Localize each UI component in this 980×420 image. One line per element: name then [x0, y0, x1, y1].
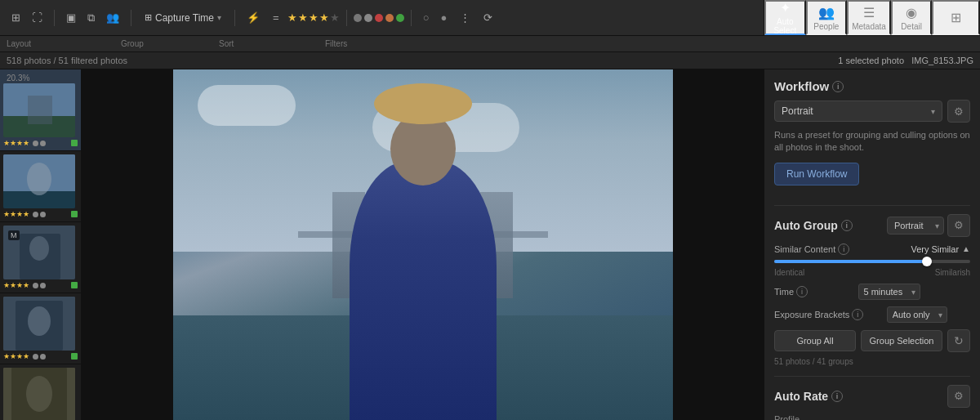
right-panel: Workflow i Portrait ▾ ⚙ Runs a preset fo…: [764, 69, 980, 420]
auto-rate-info-icon[interactable]: i: [831, 391, 843, 402]
star-5: ★: [330, 11, 340, 24]
more-options-button[interactable]: ⋮: [455, 8, 475, 27]
wand-icon: ✦: [780, 0, 791, 16]
exposure-brackets-row: Exposure Brackets i Auto only: [774, 306, 970, 323]
sync-button[interactable]: ⟳: [479, 8, 497, 27]
left-toolbar: ⊞ ⛶ ▣ ⧉ 👥 ⊞ Capture Time ▾ ⚡ = ★ ★ ★ ★ ★: [0, 0, 764, 35]
star-2: ★: [298, 11, 308, 24]
thumbnail: [3, 83, 75, 137]
time-row: Time i 5 minutes: [774, 284, 970, 300]
group-selection-button[interactable]: Group Selection: [861, 330, 942, 351]
workflow-preset-value: Portrait: [782, 105, 813, 117]
slider-fill: [774, 260, 927, 263]
workflow-preset-row: Portrait ▾ ⚙: [774, 100, 970, 123]
rating-empty-button[interactable]: ○: [418, 8, 434, 27]
workflow-section-header: Workflow i: [774, 79, 970, 93]
tab-people[interactable]: 👥 People: [806, 0, 848, 35]
detail-icon: ◉: [906, 5, 917, 20]
workflow-gear-button[interactable]: ⚙: [947, 100, 970, 123]
tab-metadata[interactable]: ☰ Metadata: [847, 0, 891, 35]
group-all-button[interactable]: Group All: [774, 330, 856, 351]
film-stars: ★★★★: [3, 139, 29, 147]
dot: [40, 212, 46, 217]
person-silhouette: [325, 128, 521, 421]
exposure-info-icon[interactable]: i: [852, 309, 863, 320]
tab-auto-select-label: Auto Select: [769, 17, 801, 35]
tab-people-label: People: [813, 22, 839, 31]
similar-content-label-text: Similar Content: [774, 244, 835, 254]
auto-group-gear-button[interactable]: ⚙: [947, 214, 970, 237]
stars-filter[interactable]: ★ ★ ★ ★ ★: [287, 11, 340, 24]
photo-view: [82, 69, 764, 420]
time-info-icon[interactable]: i: [796, 286, 808, 297]
equal-button[interactable]: =: [268, 8, 284, 27]
selected-label: 1 selected photo: [838, 56, 904, 65]
extra-icon: ⊞: [951, 10, 961, 25]
refresh-button[interactable]: ↻: [947, 329, 970, 352]
sort-capture-time-button[interactable]: ⊞ Capture Time ▾: [138, 9, 228, 27]
list-item[interactable]: M ★★★★: [0, 222, 81, 293]
film-dots: [33, 354, 46, 360]
photos-count: 518 photos / 51 filtered photos: [7, 56, 127, 65]
auto-group-preset-select[interactable]: Portrait: [887, 217, 944, 235]
square-button[interactable]: ▣: [61, 8, 81, 27]
tab-extra[interactable]: ⊞: [932, 0, 980, 35]
color-dot-red[interactable]: [375, 14, 383, 22]
workflow-title: Workflow i: [774, 79, 844, 93]
thumbnail: M: [3, 226, 75, 279]
list-item[interactable]: ★★★★: [0, 364, 81, 420]
workflow-preset-select[interactable]: Portrait ▾: [774, 101, 942, 122]
action-row: Group All Group Selection ↻: [774, 329, 970, 352]
svg-point-11: [28, 306, 51, 336]
metadata-icon: ☰: [863, 5, 875, 20]
film-meta: ★★★★: [3, 210, 78, 218]
list-item[interactable]: 20.3% ★★★★: [0, 69, 81, 151]
exposure-brackets-select[interactable]: Auto only: [887, 306, 947, 323]
auto-rate-gear-button[interactable]: ⚙: [947, 385, 970, 408]
combined-header: ⊞ ⛶ ▣ ⧉ 👥 ⊞ Capture Time ▾ ⚡ = ★ ★ ★ ★ ★: [0, 0, 980, 36]
run-workflow-button[interactable]: Run Workflow: [774, 163, 859, 185]
star-4: ★: [319, 11, 329, 24]
dot: [33, 354, 38, 360]
divider-2: [774, 376, 970, 377]
fullscreen-button[interactable]: ⛶: [27, 8, 47, 27]
gear-icon-3: ⚙: [954, 390, 964, 402]
workflow-info-icon[interactable]: i: [832, 81, 844, 92]
copy-button[interactable]: ⧉: [82, 8, 100, 28]
tab-detail[interactable]: ◉ Detail: [891, 0, 933, 35]
tab-metadata-label: Metadata: [852, 22, 886, 31]
color-dot-green[interactable]: [396, 14, 404, 22]
film-dots: [33, 212, 46, 217]
rating-full-button[interactable]: ●: [435, 8, 452, 27]
selected-filename: IMG_8153.JPG: [911, 56, 973, 65]
film-meta: ★★★★: [3, 352, 78, 360]
people-button[interactable]: 👥: [101, 8, 124, 27]
film-stars: ★★★★: [3, 352, 29, 360]
chevron-up-icon: ▲: [962, 244, 970, 253]
filter-button[interactable]: ⚡: [242, 8, 265, 27]
similar-content-row: Similar Content i Very Similar ▲: [774, 244, 970, 255]
color-dot-gray2[interactable]: [364, 14, 372, 22]
tab-auto-select[interactable]: ✦ Auto Select: [764, 0, 806, 35]
time-label: Time i: [774, 286, 808, 297]
auto-group-info-icon[interactable]: i: [841, 220, 853, 231]
similar-content-value: Very Similar ▲: [911, 244, 970, 254]
tab-detail-label: Detail: [901, 22, 922, 31]
right-panel-content: Workflow i Portrait ▾ ⚙ Runs a preset fo…: [764, 69, 980, 420]
color-dot-gray[interactable]: [354, 14, 362, 22]
similar-content-info-icon[interactable]: i: [838, 244, 849, 255]
film-meta: ★★★★: [3, 139, 78, 147]
dot: [33, 212, 38, 217]
list-item[interactable]: ★★★★: [0, 151, 81, 222]
time-select[interactable]: 5 minutes: [858, 284, 920, 300]
film-dots: [33, 141, 46, 146]
gear-icon-2: ⚙: [954, 219, 964, 231]
svg-rect-2: [28, 96, 52, 124]
slider-thumb[interactable]: [922, 257, 932, 266]
status-bar: 518 photos / 51 filtered photos 1 select…: [0, 52, 980, 69]
svg-point-8: [29, 236, 49, 261]
similarity-slider-container: Identical Similarish: [774, 260, 970, 277]
list-item[interactable]: ★★★★: [0, 293, 81, 364]
grid-view-button[interactable]: ⊞: [7, 8, 25, 27]
color-dot-orange[interactable]: [385, 14, 394, 22]
